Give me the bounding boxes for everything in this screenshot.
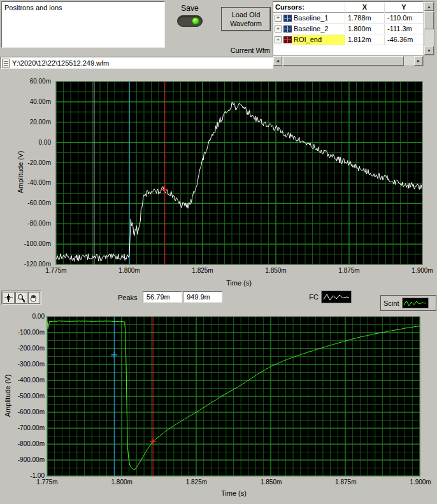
cursor-row-2[interactable]: + ROI_end 1.812m -46.36m (273, 34, 423, 45)
y-tick-label: -40.00m (27, 180, 51, 186)
cursor-name: Baseline_1 (292, 13, 345, 23)
legend-icon-1 (402, 298, 429, 308)
y-tick-label: 60.00m (30, 78, 51, 85)
expand-icon[interactable]: + (275, 25, 282, 32)
scint-x-axis-label: Time (s) (170, 489, 297, 497)
cursor-legend-hscroll[interactable]: ◄ ► (273, 55, 424, 66)
scint-x-tick-labels: 1.775m1.800m1.825m1.850m1.875m1.900m (47, 479, 420, 487)
y-tick-label: -500.00m (18, 393, 45, 400)
cursor-x-value: 1.800m (345, 24, 384, 34)
scint-graph-plot[interactable] (47, 316, 420, 477)
zoom-tool-button[interactable] (15, 292, 27, 304)
save-label: Save (176, 4, 204, 13)
current-wfm-path-control[interactable]: Y:\2020\12\22\125512.249.wfm (0, 57, 273, 69)
x-tick-label: 1.825m (192, 268, 213, 274)
y-tick-label: -100.00m (18, 329, 45, 336)
x-tick-label: 1.875m (335, 479, 356, 486)
cursor-tool-button[interactable] (3, 292, 15, 304)
fc-legend-label: FC (304, 293, 319, 301)
y-tick-label: 0.00 (39, 140, 51, 146)
legend-icon-0[interactable] (321, 291, 352, 303)
graph-tools-palette (1, 291, 41, 305)
cursor-legend: Cursors: X Y + Baseline_1 1.788m -110.0m… (273, 1, 434, 67)
column-header-y: Y (384, 3, 423, 13)
led-on-indicator (192, 17, 199, 25)
cursor-crosshair-icon-1 (283, 25, 292, 32)
scint-legend-label: Scint (383, 299, 399, 307)
magnifier-icon (17, 293, 26, 303)
x-tick-label: 1.775m (45, 268, 66, 274)
y-tick-label: -20.00m (27, 160, 51, 166)
x-tick-label: 1.900m (412, 268, 433, 274)
expand-icon[interactable]: + (275, 36, 282, 43)
fc-x-axis-label: Time (s) (175, 279, 303, 287)
crosshair-icon (4, 293, 13, 303)
scroll-down-button[interactable]: ▼ (424, 46, 434, 55)
x-tick-label: 1.800m (111, 479, 133, 486)
cursor-row-0[interactable]: + Baseline_1 1.788m -110.0m (273, 13, 423, 24)
y-tick-label: -400.00m (18, 377, 45, 384)
y-tick-label: -700.00m (18, 425, 45, 431)
y-tick-label: 20.00m (30, 119, 51, 126)
hscroll-thumb[interactable] (283, 56, 404, 66)
cursor-y-value: -46.36m (384, 35, 424, 45)
path-type-icon (2, 59, 10, 68)
x-tick-label: 1.875m (338, 268, 359, 274)
y-tick-label: -600.00m (18, 409, 45, 415)
fc-waveform-canvas (56, 82, 422, 264)
path-text: Y:\2020\12\22\125512.249.wfm (12, 59, 109, 67)
x-tick-label: 1.850m (265, 268, 286, 274)
cursor-crosshair-icon-0 (283, 15, 292, 22)
hand-icon (29, 293, 39, 303)
scroll-right-button[interactable]: ► (414, 56, 423, 66)
scint-legend[interactable]: Scint (380, 295, 436, 311)
fc-x-tick-labels: 1.775m1.800m1.825m1.850m1.875m1.900m (56, 268, 422, 275)
y-tick-label: -900.00m (18, 457, 45, 463)
cursor-crosshair-icon-2 (283, 36, 292, 43)
cursor-y-value: -111.3m (384, 24, 424, 34)
x-tick-label: 1.800m (118, 268, 140, 274)
labview-front-panel: { "window": { "bg": "#c3c2bd" }, "header… (0, 0, 437, 504)
pan-tool-button[interactable] (28, 292, 40, 304)
cursor-table-header: Cursors: X Y (273, 2, 423, 13)
y-tick-label: -80.00m (27, 220, 51, 227)
fc-graph-plot[interactable] (55, 81, 423, 265)
cursor-x-value: 1.812m (345, 35, 384, 45)
load-old-waveform-button[interactable]: Load Old Waveform (221, 7, 271, 31)
y-tick-label: -800.00m (18, 441, 45, 447)
y-tick-label: -300.00m (18, 361, 45, 368)
comment-input[interactable]: Positrons and ions (1, 1, 165, 48)
scint-waveform-canvas (47, 317, 420, 476)
cursor-y-value: -110.0m (384, 13, 424, 23)
cursor-name: ROI_end (292, 35, 345, 45)
scroll-up-button[interactable]: ▲ (424, 2, 434, 11)
cursor-x-value: 1.788m (345, 13, 384, 23)
cursor-table: Cursors: X Y + Baseline_1 1.788m -110.0m… (273, 1, 424, 55)
current-wfm-label: Current Wfm (217, 47, 270, 54)
y-tick-label: -60.00m (27, 200, 51, 206)
fc-y-tick-labels: 60.00m40.00m20.00m0.00-20.00m-40.00m-60.… (15, 82, 52, 264)
y-tick-label: 40.00m (30, 99, 51, 105)
peak-value-2: 949.9m (183, 291, 222, 303)
cursor-legend-title: Cursors: (275, 3, 304, 11)
vscroll-thumb[interactable] (424, 11, 434, 29)
cursor-name: Baseline_2 (292, 24, 345, 34)
y-tick-label: -200.00m (18, 345, 45, 352)
x-tick-label: 1.900m (410, 479, 431, 486)
y-tick-label: -100.00m (24, 241, 51, 247)
y-tick-label: 0.00 (32, 313, 45, 320)
column-header-x: X (345, 3, 384, 13)
scint-y-tick-labels: 0.00-100.00m-200.00m-300.00m-400.00m-500… (11, 317, 46, 476)
scroll-left-button[interactable]: ◄ (273, 56, 282, 66)
expand-icon[interactable]: + (275, 15, 282, 22)
cursor-legend-vscroll[interactable]: ▲ ▼ (424, 1, 434, 55)
save-led-button[interactable] (177, 15, 203, 27)
scint-y-axis-label: Amplitude (V) (4, 332, 11, 459)
cursor-row-1[interactable]: + Baseline_2 1.800m -111.3m (273, 24, 423, 34)
x-tick-label: 1.825m (186, 479, 207, 486)
x-tick-label: 1.775m (36, 479, 57, 486)
peak-value-1: 56.79m (143, 291, 182, 303)
x-tick-label: 1.850m (261, 479, 282, 486)
scrollbar-corner (424, 55, 434, 66)
peaks-label: Peaks (118, 294, 138, 301)
